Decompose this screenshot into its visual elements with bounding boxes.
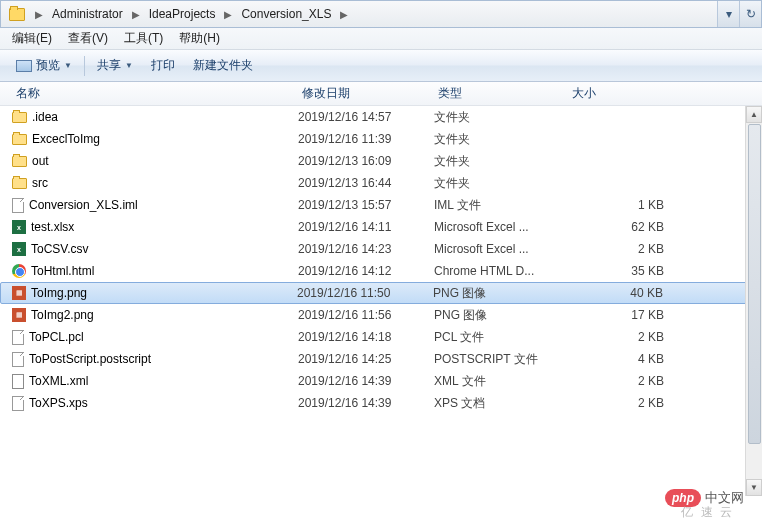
refresh-button[interactable]: ↻ — [739, 1, 761, 27]
column-header-date[interactable]: 修改日期 — [298, 82, 434, 105]
scroll-up-icon[interactable]: ▲ — [746, 106, 762, 123]
file-date-cell: 2019/12/16 14:23 — [298, 242, 434, 256]
file-name: .idea — [32, 110, 58, 124]
table-row[interactable]: ToXPS.xps2019/12/16 14:39XPS 文档2 KB — [0, 392, 762, 414]
chevron-right-icon[interactable]: ▶ — [31, 9, 47, 20]
file-name-cell: ExceclToImg — [12, 132, 298, 146]
breadcrumb-item[interactable]: IdeaProjects — [144, 4, 221, 24]
file-date-cell: 2019/12/13 16:09 — [298, 154, 434, 168]
print-button[interactable]: 打印 — [143, 53, 183, 78]
file-size-cell: 4 KB — [568, 352, 664, 366]
preview-label: 预览 — [36, 57, 60, 74]
breadcrumb-item[interactable]: Conversion_XLS — [236, 4, 336, 24]
address-bar[interactable]: ▶ Administrator ▶ IdeaProjects ▶ Convers… — [0, 0, 762, 28]
file-date-cell: 2019/12/13 16:44 — [298, 176, 434, 190]
table-row[interactable]: .idea2019/12/16 14:57文件夹 — [0, 106, 762, 128]
file-date-cell: 2019/12/16 14:39 — [298, 396, 434, 410]
file-date-cell: 2019/12/16 14:11 — [298, 220, 434, 234]
table-row[interactable]: ToPostScript.postscript2019/12/16 14:25P… — [0, 348, 762, 370]
menu-tools[interactable]: 工具(T) — [116, 28, 171, 49]
file-name-cell: xToCSV.csv — [12, 242, 298, 256]
png-icon: ▦ — [12, 308, 26, 322]
file-name-cell: ToPCL.pcl — [12, 330, 298, 345]
file-size-cell: 17 KB — [568, 308, 664, 322]
table-row[interactable]: ▦ToImg.png2019/12/16 11:50PNG 图像40 KB — [0, 282, 762, 304]
file-date-cell: 2019/12/16 14:12 — [298, 264, 434, 278]
file-type-cell: IML 文件 — [434, 197, 568, 214]
chrome-icon — [12, 264, 26, 278]
column-header-type[interactable]: 类型 — [434, 82, 568, 105]
file-name-cell: .idea — [12, 110, 298, 124]
chevron-right-icon[interactable]: ▶ — [220, 9, 236, 20]
table-row[interactable]: xToCSV.csv2019/12/16 14:23Microsoft Exce… — [0, 238, 762, 260]
file-list[interactable]: .idea2019/12/16 14:57文件夹ExceclToImg2019/… — [0, 106, 762, 496]
folder-icon — [12, 156, 27, 167]
file-date-cell: 2019/12/13 15:57 — [298, 198, 434, 212]
file-name: ToImg.png — [31, 286, 87, 300]
file-type-cell: PNG 图像 — [434, 307, 568, 324]
file-size-cell: 2 KB — [568, 330, 664, 344]
file-name: test.xlsx — [31, 220, 74, 234]
chevron-down-icon: ▼ — [64, 61, 72, 70]
file-type-cell: PNG 图像 — [433, 285, 567, 302]
file-type-cell: 文件夹 — [434, 153, 568, 170]
file-date-cell: 2019/12/16 14:25 — [298, 352, 434, 366]
file-name-cell: ToPostScript.postscript — [12, 352, 298, 367]
file-name-cell: Conversion_XLS.iml — [12, 198, 298, 213]
file-type-cell: PCL 文件 — [434, 329, 568, 346]
file-name: ToImg2.png — [31, 308, 94, 322]
share-button[interactable]: 共享 ▼ — [89, 53, 141, 78]
xls-icon: x — [12, 220, 26, 234]
menu-help[interactable]: 帮助(H) — [171, 28, 228, 49]
chevron-right-icon[interactable]: ▶ — [336, 9, 352, 20]
table-row[interactable]: Conversion_XLS.iml2019/12/13 15:57IML 文件… — [0, 194, 762, 216]
table-row[interactable]: out2019/12/13 16:09文件夹 — [0, 150, 762, 172]
menu-edit[interactable]: 编辑(E) — [4, 28, 60, 49]
watermark-sub: 亿 速 云 — [681, 504, 734, 521]
file-name-cell: ▦ToImg2.png — [12, 308, 298, 322]
column-header-name[interactable]: 名称 — [12, 82, 298, 105]
table-row[interactable]: src2019/12/13 16:44文件夹 — [0, 172, 762, 194]
file-type-cell: XPS 文档 — [434, 395, 568, 412]
file-name: src — [32, 176, 48, 190]
toolbar: 预览 ▼ 共享 ▼ 打印 新建文件夹 — [0, 50, 762, 82]
column-header-size[interactable]: 大小 — [568, 82, 678, 105]
file-name: ToCSV.csv — [31, 242, 89, 256]
file-name: ToXPS.xps — [29, 396, 88, 410]
xls-icon: x — [12, 242, 26, 256]
chevron-right-icon[interactable]: ▶ — [128, 9, 144, 20]
file-name-cell: out — [12, 154, 298, 168]
file-date-cell: 2019/12/16 14:57 — [298, 110, 434, 124]
new-folder-button[interactable]: 新建文件夹 — [185, 53, 261, 78]
scrollbar-vertical[interactable]: ▲ ▼ — [745, 106, 762, 496]
table-row[interactable]: xtest.xlsx2019/12/16 14:11Microsoft Exce… — [0, 216, 762, 238]
file-size-cell: 2 KB — [568, 374, 664, 388]
file-icon — [12, 330, 24, 345]
file-date-cell: 2019/12/16 11:50 — [297, 286, 433, 300]
table-row[interactable]: ToHtml.html2019/12/16 14:12Chrome HTML D… — [0, 260, 762, 282]
file-name-cell: ToHtml.html — [12, 264, 298, 278]
file-type-cell: Microsoft Excel ... — [434, 220, 568, 234]
file-icon — [12, 396, 24, 411]
file-icon — [12, 352, 24, 367]
breadcrumb-item[interactable]: Administrator — [47, 4, 128, 24]
file-type-cell: 文件夹 — [434, 175, 568, 192]
file-size-cell: 1 KB — [568, 198, 664, 212]
file-name-cell: src — [12, 176, 298, 190]
table-row[interactable]: ToPCL.pcl2019/12/16 14:18PCL 文件2 KB — [0, 326, 762, 348]
file-type-cell: Chrome HTML D... — [434, 264, 568, 278]
xml-icon — [12, 374, 24, 389]
history-dropdown-button[interactable]: ▾ — [717, 1, 739, 27]
file-name-cell: ▦ToImg.png — [12, 286, 297, 300]
table-row[interactable]: ExceclToImg2019/12/16 11:39文件夹 — [0, 128, 762, 150]
scroll-thumb[interactable] — [748, 124, 761, 444]
menu-view[interactable]: 查看(V) — [60, 28, 116, 49]
file-type-cell: Microsoft Excel ... — [434, 242, 568, 256]
preview-button[interactable]: 预览 ▼ — [8, 53, 80, 78]
scroll-down-icon[interactable]: ▼ — [746, 479, 762, 496]
table-row[interactable]: ToXML.xml2019/12/16 14:39XML 文件2 KB — [0, 370, 762, 392]
file-type-cell: XML 文件 — [434, 373, 568, 390]
table-row[interactable]: ▦ToImg2.png2019/12/16 11:56PNG 图像17 KB — [0, 304, 762, 326]
file-type-cell: 文件夹 — [434, 131, 568, 148]
separator — [84, 56, 85, 76]
